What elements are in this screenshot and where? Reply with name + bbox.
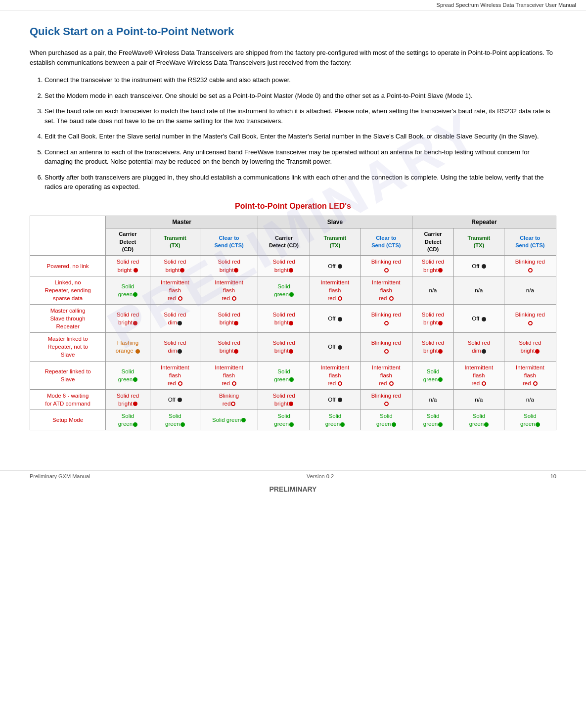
m-cd-cell: Flashingorange: [106, 333, 150, 361]
slave-cd-header: CarrierDetect (CD): [258, 228, 310, 256]
r-tx-cell: n/a: [454, 389, 504, 410]
slave-group-header: Slave: [258, 216, 412, 228]
r-tx-cell: Off: [454, 256, 504, 276]
manual-title: Spread Spectrum Wireless Data Transceive…: [437, 2, 576, 8]
m-cts-cell: Solid green: [200, 410, 258, 430]
m-tx-cell: Solidgreen: [150, 410, 200, 430]
r-tx-cell: Intermittentflashred: [454, 361, 504, 389]
m-cts-cell: Intermittentflashred: [200, 276, 258, 304]
s-tx-cell: Intermittentflashred: [310, 276, 361, 304]
slave-tx-header: Transmit(TX): [310, 228, 361, 256]
condition-cell: Master callingSlave throughRepeater: [30, 304, 106, 332]
r-cts-cell: Blinking red: [504, 256, 556, 276]
r-cd-cell: Solid redbright: [412, 256, 453, 276]
master-tx-header: Transmit(TX): [150, 228, 200, 256]
m-cts-cell: Solid redbright: [200, 256, 258, 276]
s-tx-cell: Solidgreen: [310, 410, 361, 430]
m-tx-cell: Solid reddim: [150, 304, 200, 332]
table-row: Setup Mode Solidgreen Solidgreen Solid g…: [30, 410, 556, 430]
step-1: Connect the transceiver to the instrumen…: [45, 75, 556, 85]
s-cts-cell: Blinking red: [360, 304, 412, 332]
r-cts-cell: Blinking red: [504, 304, 556, 332]
m-cts-cell: Intermittentflashred: [200, 361, 258, 389]
r-cd-cell: n/a: [412, 389, 453, 410]
r-cd-cell: Solidgreen: [412, 410, 453, 430]
s-cts-cell: Blinking red: [360, 256, 412, 276]
m-tx-cell: Intermittentflashred: [150, 361, 200, 389]
table-row: Master linked toRepeater, not toSlave Fl…: [30, 333, 556, 361]
s-tx-cell: Off: [310, 389, 361, 410]
master-cts-header: Clear toSend (CTS): [200, 228, 258, 256]
r-tx-cell: Solid reddim: [454, 333, 504, 361]
s-cts-cell: Blinking red: [360, 389, 412, 410]
m-tx-cell: Intermittentflashred: [150, 276, 200, 304]
rep-cts-header: Clear toSend (CTS): [504, 228, 556, 256]
master-cd-header: CarrierDetect(CD): [106, 228, 150, 256]
s-tx-cell: Off: [310, 304, 361, 332]
footer-center: Version 0.2: [307, 473, 334, 479]
s-cts-cell: Solidgreen: [360, 410, 412, 430]
r-cd-cell: Solid redbright: [412, 333, 453, 361]
r-tx-cell: n/a: [454, 276, 504, 304]
r-cts-cell: n/a: [504, 389, 556, 410]
steps-list: Connect the transceiver to the instrumen…: [45, 75, 556, 192]
footer-preliminary: PRELIMINARY: [0, 482, 586, 498]
m-cts-cell: Solid redbright: [200, 304, 258, 332]
top-bar: Spread Spectrum Wireless Data Transceive…: [0, 0, 586, 10]
table-row: Linked, noRepeater, sendingsparse data S…: [30, 276, 556, 304]
r-tx-cell: Off: [454, 304, 504, 332]
condition-cell: Master linked toRepeater, not toSlave: [30, 333, 106, 361]
r-cts-cell: Intermittentflashred: [504, 361, 556, 389]
m-cd-cell: Solid redbright: [106, 256, 150, 276]
m-tx-cell: Solid redbright: [150, 256, 200, 276]
m-tx-cell: Off: [150, 389, 200, 410]
r-tx-cell: Solidgreen: [454, 410, 504, 430]
table-row: Mode 6 - waitingfor ATD command Solid re…: [30, 389, 556, 410]
m-cts-cell: Solid redbright: [200, 333, 258, 361]
table-row: Master callingSlave throughRepeater Soli…: [30, 304, 556, 332]
m-cts-cell: Blinkingred: [200, 389, 258, 410]
s-cd-cell: Solid redbright: [258, 333, 310, 361]
step-4: Edit the Call Book. Enter the Slave seri…: [45, 132, 556, 141]
m-cd-cell: Solidgreen: [106, 361, 150, 389]
footer-right: 10: [550, 473, 556, 479]
condition-cell: Repeater linked toSlave: [30, 361, 106, 389]
footer-left: Preliminary GXM Manual: [30, 473, 90, 479]
page-title: Quick Start on a Point-to-Point Network: [30, 25, 556, 38]
slave-cts-header: Clear toSend (CTS): [360, 228, 412, 256]
s-cd-cell: Solidgreen: [258, 361, 310, 389]
r-cd-cell: Solidgreen: [412, 361, 453, 389]
s-cd-cell: Solid redbright: [258, 389, 310, 410]
step-3: Set the baud rate on each transceiver to…: [45, 106, 556, 126]
step-6: Shortly after both transceivers are plug…: [45, 173, 556, 192]
r-cd-cell: Solid redbright: [412, 304, 453, 332]
condition-cell: Setup Mode: [30, 410, 106, 430]
table-section-title: Point-to-Point Operation LED's: [30, 202, 556, 211]
condition-cell: Linked, noRepeater, sendingsparse data: [30, 276, 106, 304]
intro-paragraph: When purchased as a pair, the FreeWave® …: [30, 48, 556, 67]
m-cd-cell: Solid redbright: [106, 389, 150, 410]
s-cts-cell: Intermittentflashred: [360, 276, 412, 304]
r-cts-cell: Solid redbright: [504, 333, 556, 361]
step-2: Set the Modem mode in each transceiver. …: [45, 91, 556, 101]
s-cd-cell: Solidgreen: [258, 410, 310, 430]
s-cd-cell: Solid redbright: [258, 304, 310, 332]
m-tx-cell: Solid reddim: [150, 333, 200, 361]
rep-cd-header: CarrierDetect(CD): [412, 228, 453, 256]
s-tx-cell: Intermittentflashred: [310, 361, 361, 389]
condition-cell: Mode 6 - waitingfor ATD command: [30, 389, 106, 410]
s-cts-cell: Blinking red: [360, 333, 412, 361]
s-cd-cell: Solid redbright: [258, 256, 310, 276]
table-row: Repeater linked toSlave Solidgreen Inter…: [30, 361, 556, 389]
r-cts-cell: Solidgreen: [504, 410, 556, 430]
s-cts-cell: Intermittentflashred: [360, 361, 412, 389]
table-row: Powered, no link Solid redbright Solid r…: [30, 256, 556, 276]
s-cd-cell: Solidgreen: [258, 276, 310, 304]
s-tx-cell: Off: [310, 333, 361, 361]
led-table: Master Slave Repeater CarrierDetect(CD) …: [30, 216, 556, 431]
condition-header: [30, 216, 106, 256]
r-cts-cell: n/a: [504, 276, 556, 304]
r-cd-cell: n/a: [412, 276, 453, 304]
m-cd-cell: Solidgreen: [106, 410, 150, 430]
footer-bar: Preliminary GXM Manual Version 0.2 10: [0, 470, 586, 482]
